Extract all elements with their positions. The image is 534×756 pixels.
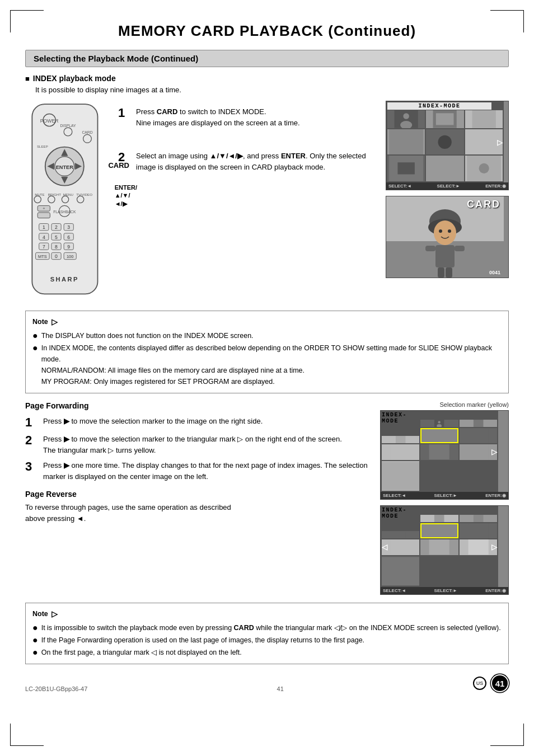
pf-step-3-arrow: ▶ — [64, 461, 69, 469]
svg-rect-98 — [429, 539, 449, 555]
page-reverse-title: Page Reverse — [25, 490, 370, 499]
pf-step-2-prefix: Press — [43, 435, 64, 443]
pf-step-1-arrow: ▶ — [64, 417, 69, 425]
card-playback-screen: CARD 0041 — [386, 196, 509, 278]
pf-enter-2: ENTER:◉ — [485, 588, 506, 593]
footer-right-area: US 41 — [473, 674, 509, 692]
bullet-2: ● — [32, 344, 38, 353]
svg-rect-62 — [467, 129, 501, 155]
note-1-item-2: ● In INDEX MODE, the contents displayed … — [32, 342, 502, 387]
index-playback-title: INDEX playback mode — [25, 74, 509, 83]
svg-point-67 — [479, 163, 489, 173]
card-page-num: 0041 — [489, 270, 500, 275]
svg-text:5: 5 — [55, 234, 58, 240]
pf-thumb-3 — [382, 436, 419, 443]
pf-bottom-bar-2: SELECT:◄ SELECT:► ENTER:◉ — [381, 587, 508, 594]
svg-rect-89 — [429, 444, 449, 459]
note-1-arrow: ▷ — [51, 316, 58, 328]
note-box-1: Note ▷ ● The DISPLAY button does not fun… — [25, 311, 509, 393]
pf-bottom-bar-1: SELECT:◄ SELECT:► ENTER:◉ — [381, 492, 508, 499]
svg-rect-64 — [397, 163, 414, 175]
svg-rect-95 — [431, 524, 448, 537]
note-1-text-2: In INDEX MODE, the contents displayed di… — [41, 342, 502, 387]
step-1-bold: CARD — [157, 107, 178, 116]
pf-step-1-text: Press ▶ to move the selection marker to … — [43, 416, 370, 427]
screens-area: INDEX-MODE — [386, 101, 509, 303]
note-2-item-2: ● If the Page Forwarding operation is us… — [32, 635, 502, 646]
thumb-8 — [426, 156, 463, 181]
svg-rect-27 — [38, 213, 50, 218]
index-mode-screen: INDEX-MODE — [386, 101, 509, 190]
pf-step-2-arrow: ▶ — [64, 435, 69, 443]
pf-thumb-7 — [420, 444, 458, 459]
step-2-mid: , and press — [243, 152, 281, 160]
pf-index-screen-1: INDEX-MODE — [380, 410, 509, 500]
corner-border-bottom-left — [10, 724, 44, 746]
pf2-thumb-2 — [460, 515, 497, 522]
note-2-text-1: It is impossible to switch the playback … — [41, 622, 501, 633]
index-mode-grid: INDEX-MODE — [386, 101, 504, 182]
svg-rect-93 — [474, 515, 484, 522]
note-box-2: Note ▷ ● It is impossible to switch the … — [25, 603, 509, 664]
corner-border-top-right — [490, 10, 524, 32]
pf-step-2-num: 2 — [25, 434, 38, 447]
svg-rect-94 — [396, 531, 406, 538]
pf-index-label-2: INDEX-MODE — [382, 507, 419, 522]
pf-thumb-5 — [460, 428, 497, 443]
step-1: 1 Press CARD to switch to INDEX MODE.Nin… — [118, 106, 376, 128]
footer: LC-20B1U-GBpp36-47 41 US 41 — [25, 674, 509, 692]
svg-point-73 — [434, 220, 456, 245]
footer-left: LC-20B1U-GBpp36-47 — [25, 685, 87, 692]
remote-card-label: CARD — [108, 161, 129, 170]
svg-text:FLASHBACK: FLASHBACK — [53, 210, 76, 214]
pf-step-1-suffix: to move the selection marker to the imag… — [69, 417, 263, 425]
bullet-3: ● — [32, 623, 38, 632]
svg-text:7: 7 — [43, 244, 45, 250]
section-header: Selecting the Playback Mode (Continued) — [25, 50, 509, 67]
pf-thumb-2 — [460, 420, 497, 427]
svg-rect-79 — [438, 267, 444, 278]
pf-screens-right: Selection marker (yellow) INDEX-MODE — [380, 401, 509, 595]
svg-text:0: 0 — [55, 253, 58, 259]
svg-text:CARD: CARD — [82, 130, 92, 134]
pf-step-1: 1 Press ▶ to move the selection marker t… — [25, 416, 370, 429]
pf-step-1-num: 1 — [25, 416, 38, 429]
svg-rect-91 — [382, 462, 419, 490]
remote-illustration: POWER DISPLAY CARD SLEEP ENTER MUT — [25, 101, 108, 301]
note-1-header: Note ▷ — [32, 316, 502, 328]
pf-step-2-text: Press ▶ to move the selection marker to … — [43, 434, 370, 456]
bullet-1: ● — [32, 331, 38, 340]
pf-select-right-1: SELECT:► — [434, 493, 457, 498]
remote-container: POWER DISPLAY CARD SLEEP ENTER MUT — [25, 101, 108, 303]
note-2-header: Note ▷ — [32, 608, 502, 620]
pf-step-2-suffix: to move the selection marker to the tria… — [43, 435, 342, 454]
note-2-arrow: ▷ — [51, 608, 58, 620]
step-2: 2 Select an image using ▲/▼/◄/▶, and pre… — [118, 151, 376, 172]
pf-step-3-suffix: one more time. The display changes to th… — [43, 461, 368, 481]
step-2-arrows: ▲/▼/◄/▶ — [210, 152, 243, 160]
bullet-4: ● — [32, 636, 38, 645]
step-1-prefix: Press — [136, 107, 157, 116]
pf2-thumb-6 — [382, 539, 419, 555]
svg-rect-92 — [434, 515, 444, 522]
svg-point-75 — [448, 229, 451, 233]
screen-bottom-bar-1: SELECT:◄ SELECT:► ENTER:◉ — [386, 182, 508, 190]
svg-rect-100 — [382, 557, 419, 585]
pf-step-1-prefix: Press — [43, 417, 64, 425]
step-2-prefix: Select an image using — [136, 152, 210, 160]
index-mode-label: INDEX-MODE — [387, 102, 491, 110]
pf2-thumb-4 — [420, 523, 458, 538]
svg-rect-90 — [468, 444, 488, 459]
svg-text:DISPLAY: DISPLAY — [60, 124, 76, 128]
svg-text:SLEEP: SLEEP — [37, 144, 48, 148]
svg-rect-96 — [468, 523, 488, 538]
svg-rect-97 — [391, 539, 411, 555]
pf2-thumb-7 — [420, 539, 458, 555]
thumb-2 — [426, 110, 463, 128]
svg-text:POWER: POWER — [40, 118, 59, 124]
pf-step-2: 2 Press ▶ to move the selection marker t… — [25, 434, 370, 456]
svg-rect-57 — [436, 113, 454, 125]
svg-rect-87 — [468, 428, 488, 443]
svg-text:100: 100 — [67, 254, 73, 259]
thumb-1 — [387, 110, 425, 128]
